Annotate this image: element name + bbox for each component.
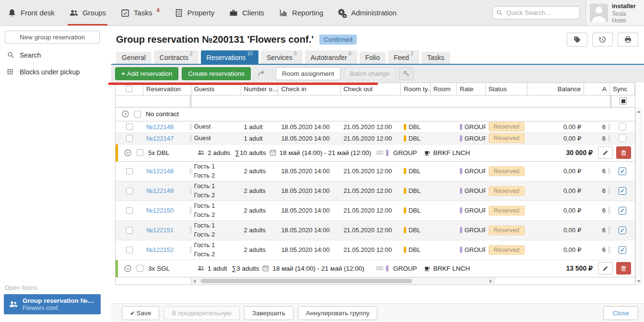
column-header[interactable]: Balance <box>527 83 584 95</box>
balance-cell: 0,00 ₽ <box>527 187 584 194</box>
horizontal-scrollbar[interactable] <box>191 277 494 285</box>
horizontal-scroll-thumb[interactable] <box>201 279 412 283</box>
tasks-icon <box>120 8 130 18</box>
row-checkbox[interactable] <box>126 247 133 253</box>
open-form-group-reservation[interactable]: Group reservation №2... Flowers conf. <box>4 294 101 314</box>
tab-folio[interactable]: Folio <box>360 52 386 64</box>
group-checkbox[interactable] <box>134 111 141 118</box>
tab-feed[interactable]: Feed2 <box>388 50 419 64</box>
save-button[interactable]: Save <box>122 306 159 320</box>
nav-groups[interactable]: Groups <box>62 0 113 25</box>
tags-button[interactable] <box>567 33 587 47</box>
sync-filter-checkbox[interactable] <box>620 97 627 105</box>
sync-checkbox[interactable]: ✓ <box>619 227 626 234</box>
edit-group-button[interactable] <box>598 146 613 159</box>
rate-cell: GROUP <box>457 123 486 131</box>
create-reservations-button[interactable]: Create reservations <box>182 67 251 80</box>
finish-button[interactable]: Завершить <box>244 306 293 320</box>
sync-checkbox[interactable]: ✓ <box>619 167 626 175</box>
batch-change-button[interactable]: Batch change <box>344 67 396 80</box>
tab-reservations[interactable]: Reservations10 <box>201 50 258 64</box>
scroll-up-arrow[interactable] <box>637 110 641 113</box>
group-checkbox[interactable] <box>137 265 143 272</box>
move-reservations-button[interactable] <box>254 68 269 79</box>
column-header[interactable]: Status <box>486 83 528 95</box>
nav-clients[interactable]: Clients <box>222 0 271 25</box>
group-checkbox[interactable] <box>137 149 143 156</box>
room-type-cell: DBL <box>401 207 431 214</box>
scroll-right-arrow[interactable] <box>490 279 492 283</box>
collapse-group-icon[interactable] <box>121 110 129 118</box>
tab-general[interactable]: General <box>116 52 152 64</box>
tab-contracts[interactable]: Contracts2 <box>154 50 199 64</box>
to-preliminary-button[interactable]: В предварительную <box>164 306 240 320</box>
sidebar-item-search[interactable]: Search <box>0 47 105 63</box>
reservation-link[interactable]: №122151 <box>146 227 174 234</box>
collapse-group-icon[interactable] <box>124 264 132 273</box>
sync-checkbox[interactable]: ✓ <box>619 187 626 195</box>
nav-reporting[interactable]: Reporting <box>271 0 330 25</box>
vertical-scrollbar[interactable] <box>635 108 642 285</box>
nav-property[interactable]: Property <box>167 0 222 25</box>
add-reservation-button[interactable]: Add reservation <box>115 67 178 80</box>
tab-tasks[interactable]: Tasks <box>422 52 450 64</box>
row-checkbox[interactable] <box>126 168 133 175</box>
column-header[interactable]: Sync <box>610 83 635 95</box>
delete-group-button[interactable] <box>616 262 631 274</box>
open-form-title: Group reservation №2... <box>23 297 94 304</box>
row-checkbox[interactable] <box>126 207 133 214</box>
tab-services[interactable]: Services0 <box>261 50 303 64</box>
check-out-cell: 21.05.2020 12:00 <box>340 246 401 253</box>
check-in-cell: 18.05.2020 14:00 <box>278 207 340 214</box>
scroll-left-arrow[interactable] <box>193 279 196 283</box>
nav-administration[interactable]: Administration <box>330 0 404 25</box>
column-header[interactable]: Room <box>431 83 457 95</box>
reservation-link[interactable]: №122147 <box>146 135 174 142</box>
number-of-guests-cell: 2 adults <box>241 167 279 175</box>
select-all-checkbox[interactable] <box>126 85 132 92</box>
rate-color-chip <box>386 150 388 156</box>
sync-checkbox[interactable]: ✓ <box>619 246 626 254</box>
room-assignment-button[interactable]: Room assignment <box>276 67 340 80</box>
scroll-down-arrow[interactable] <box>637 280 641 283</box>
sync-checkbox[interactable] <box>619 134 626 142</box>
print-button[interactable] <box>618 33 638 47</box>
collapse-group-icon[interactable] <box>124 149 132 157</box>
a-cell: 6 <box>584 135 610 142</box>
row-checkbox[interactable] <box>126 188 133 194</box>
nav-front-desk[interactable]: Front desk <box>0 0 62 25</box>
tab-autotransfer[interactable]: Autotransfer0 <box>305 50 357 64</box>
edit-group-button[interactable] <box>598 262 613 274</box>
reservation-link[interactable]: №122152 <box>146 246 174 253</box>
row-checkbox[interactable] <box>126 135 133 142</box>
access-keys-button[interactable] <box>399 67 413 80</box>
group-label: 3x SGL <box>148 265 192 272</box>
reservation-link[interactable]: №122149 <box>146 187 174 194</box>
check-out-cell: 21.05.2020 12:00 <box>340 227 401 234</box>
status-cell: Reserved <box>486 186 528 196</box>
close-button[interactable]: Close <box>603 306 638 320</box>
reservation-row: №122152Гость 1Гость 22 adults18.05.2020 … <box>116 240 635 260</box>
sidebar-item-blocks-under-pickup[interactable]: Blocks under pickup <box>0 63 105 80</box>
sync-checkbox[interactable]: ✓ <box>619 207 626 215</box>
cancel-group-button[interactable]: Аннулировать группу <box>298 306 377 320</box>
search-icon <box>7 51 15 59</box>
column-header[interactable]: Room ty... <box>401 83 431 95</box>
check-out-cell: 21.05.2020 12:00 <box>340 123 401 131</box>
new-group-reservation-button[interactable]: New group reservation <box>5 31 100 44</box>
quick-search-input[interactable] <box>492 6 580 19</box>
column-header[interactable]: Rate <box>457 83 486 95</box>
column-header[interactable]: A <box>584 83 610 95</box>
group-occupancy: 2 adults <box>208 149 230 156</box>
delete-group-button[interactable] <box>616 146 631 159</box>
history-button[interactable] <box>592 33 613 47</box>
row-checkbox[interactable] <box>126 227 133 234</box>
row-checkbox[interactable] <box>126 123 133 130</box>
reservation-link[interactable]: №122146 <box>146 123 174 131</box>
reservation-link[interactable]: №122148 <box>146 167 174 175</box>
sync-checkbox[interactable] <box>619 123 626 131</box>
nav-tasks[interactable]: Tasks4 <box>113 0 166 25</box>
room-type-cell: DBL <box>401 135 431 142</box>
reservation-link[interactable]: №122150 <box>146 207 174 214</box>
user-menu[interactable]: installer Tesla Hotel <box>585 0 644 25</box>
